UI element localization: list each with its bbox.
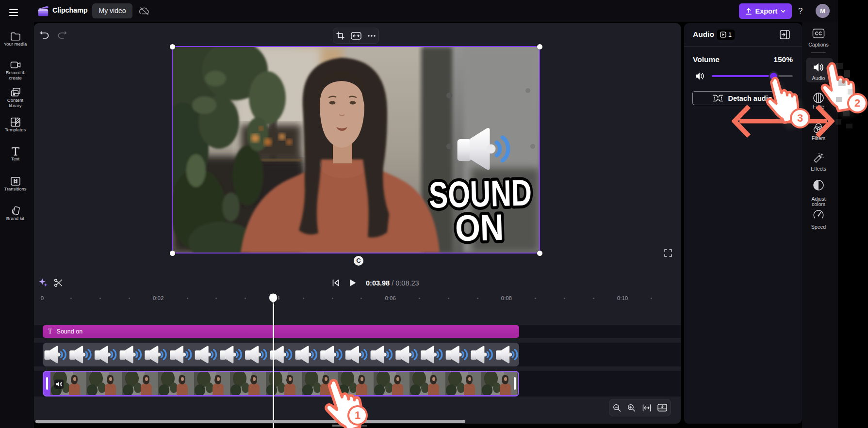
svg-text:ON: ON <box>455 206 504 249</box>
